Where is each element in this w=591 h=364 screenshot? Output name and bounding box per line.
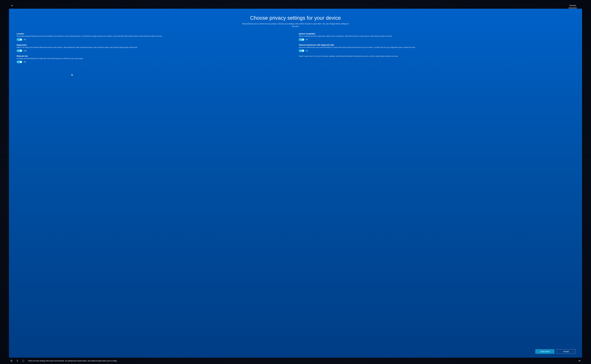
toggle-row: On [17,38,292,41]
microphone-icon [16,360,18,362]
setting-desc: Talk to Cortana and Store apps that supp… [299,35,575,37]
setting-title: Location [17,33,292,35]
setting-title: Relevant Ads [17,55,292,57]
svg-point-3 [22,360,24,362]
accessibility-button[interactable] [10,359,13,362]
mouse-cursor-icon [72,74,73,76]
tab-services[interactable]: Services [569,3,577,8]
setting-title: Diagnostics [17,44,292,46]
footer-buttons: Learn more Accept [535,349,576,354]
toggle-knob [302,39,304,40]
setting-desc: Help us fix things and improve Microsoft… [17,46,292,49]
setting-location: Location Get location-based experiences … [17,33,292,41]
bottom-hint: These are the settings Microsoft recomme… [28,360,575,362]
learn-more-button[interactable]: Learn more [535,349,554,354]
toggle-row: On [299,38,575,41]
setting-diagnostics: Diagnostics Help us fix things and impro… [17,44,292,52]
tab-area: Services [569,3,581,8]
diagnostics-toggle[interactable] [17,49,22,52]
toggle-row: Full [17,49,292,52]
accept-button[interactable]: Accept [557,349,576,354]
toggle-row: On [299,49,575,52]
settings-columns: Location Get location-based experiences … [17,33,574,66]
toggle-row: On [17,61,292,63]
ads-toggle[interactable] [17,61,22,63]
main-panel: Choose privacy settings for your device … [9,9,582,358]
setting-relevant-ads: Relevant Ads Let apps use advertising ID… [17,55,292,63]
toggle-state-label: On [24,61,26,63]
setting-desc: Let apps use advertising ID to make ads … [17,57,292,60]
speaker-icon [578,360,581,362]
tailored-toggle[interactable] [299,49,304,52]
toggle-knob [20,39,22,40]
back-button[interactable] [10,4,14,7]
toggle-state-label: Full [24,50,26,52]
svg-rect-2 [17,360,18,361]
toggle-state-label: On [24,39,26,40]
toggle-state-label: On [306,50,308,52]
volume-button[interactable] [578,359,581,362]
toggle-knob [20,50,22,52]
location-toggle[interactable] [17,38,22,41]
page-subtitle: Microsoft puts you in control of your pr… [242,23,349,28]
setting-desc: Get location-based experiences like loca… [17,35,292,37]
back-arrow-icon [11,4,13,7]
left-column: Location Get location-based experiences … [17,33,292,66]
oobe-screen: Services Choose privacy settings for you… [0,0,591,364]
cortana-circle-icon [22,360,24,362]
toggle-knob [20,61,22,63]
right-column: Speech recognition Talk to Cortana and S… [299,33,575,66]
learn-more-info: Select 'Learn more' for info on the abov… [299,55,575,57]
accessibility-icon [10,360,13,362]
microphone-button[interactable] [16,359,19,362]
speech-toggle[interactable] [299,38,304,41]
setting-title: Tailored experiences with diagnostic dat… [299,44,575,46]
setting-tailored: Tailored experiences with diagnostic dat… [299,44,575,52]
toggle-knob [302,50,304,52]
setting-desc: Get more relevant tips and recommendatio… [299,46,575,49]
toggle-state-label: On [306,39,308,40]
setting-speech: Speech recognition Talk to Cortana and S… [299,33,575,41]
svg-point-1 [11,360,12,360]
cortana-button[interactable] [22,359,25,362]
setting-title: Speech recognition [299,33,575,35]
top-bar: Services [9,3,582,9]
page-title: Choose privacy settings for your device [17,15,574,21]
bottom-bar: These are the settings Microsoft recomme… [9,358,582,364]
